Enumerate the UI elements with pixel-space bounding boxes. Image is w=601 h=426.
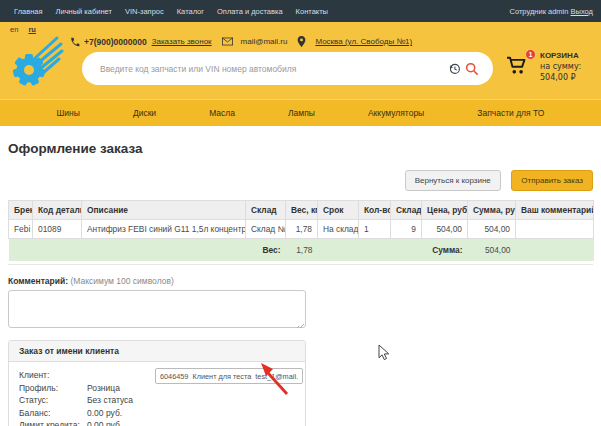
- address-link[interactable]: Москва (ул. Свободы №1): [315, 37, 412, 46]
- menu-lamps[interactable]: Лампы: [288, 108, 315, 118]
- phone-number: +7(900)0000000: [84, 37, 147, 47]
- cell-price: 504,00: [422, 220, 468, 239]
- gear-logo-icon: [8, 32, 64, 90]
- cell-part-code: 01089: [33, 220, 82, 239]
- totals-weight-value: 1,78: [286, 239, 318, 262]
- menu-batteries[interactable]: Аккумуляторы: [368, 108, 424, 118]
- category-menu: Шины Диски Масла Лампы Аккумуляторы Запч…: [0, 99, 601, 126]
- totals-row: Вес: 1,78 Сумма: 504,00: [9, 239, 594, 262]
- cell-description: Антифриз FEBI синий G11 1,5л концентрат: [82, 220, 246, 239]
- main-content: Оформление заказа Вернуться к корзине От…: [0, 141, 601, 426]
- top-navbar: Главная Личный кабинет VIN-запрос Катало…: [0, 0, 601, 22]
- col-qty: Кол-во: [359, 201, 391, 220]
- table-row: Febi 01089 Антифриз FEBI синий G11 1,5л …: [9, 220, 594, 239]
- nav-catalog[interactable]: Каталог: [177, 7, 204, 16]
- col-weight: Вес, кг: [286, 201, 318, 220]
- col-warehouse: Склад: [246, 201, 286, 220]
- cart-widget[interactable]: 1 КОРЗИНА на сумму: 504,00 ₽: [506, 50, 601, 83]
- email-text[interactable]: mail@mail.ru: [241, 37, 288, 46]
- menu-maintenance-parts[interactable]: Запчасти для ТО: [477, 108, 544, 118]
- cell-warehouse: Склад №1: [246, 220, 286, 239]
- col-price: Цена, руб.: [422, 201, 468, 220]
- col-sum: Сумма, руб.: [468, 201, 516, 220]
- cell-brand: Febi: [9, 220, 33, 239]
- field-credit-limit: Лимит кредита: 0.00 руб.: [19, 419, 295, 426]
- cell-your-comment: [516, 220, 594, 239]
- col-term: Срок: [318, 201, 359, 220]
- nav-vin-request[interactable]: VIN-запрос: [125, 7, 164, 16]
- totals-sum-label: Сумма:: [422, 239, 468, 262]
- page-title: Оформление заказа: [8, 141, 593, 156]
- nav-home[interactable]: Главная: [14, 7, 43, 16]
- col-your-comment: Ваш комментарий: [516, 201, 594, 220]
- order-table: Бренд Код детали Описание Склад Вес, кг …: [8, 200, 594, 261]
- nav-personal-cabinet[interactable]: Личный кабинет: [56, 7, 112, 16]
- cart-title: КОРЗИНА: [540, 50, 601, 61]
- search-icon[interactable]: [463, 60, 481, 78]
- client-panel-title: Заказ от имени клиента: [9, 341, 305, 362]
- logout-link[interactable]: Выход: [571, 7, 593, 16]
- totals-weight-label: Вес:: [9, 239, 286, 262]
- submit-order-button[interactable]: Отправить заказ: [511, 170, 593, 191]
- cell-sum: 504,00: [468, 220, 516, 239]
- client-select-input[interactable]: [155, 368, 303, 384]
- cart-badge: 1: [525, 49, 536, 60]
- order-actions: Вернуться к корзине Отправить заказ: [8, 169, 593, 191]
- nav-payment-delivery[interactable]: Оплата и доставка: [217, 7, 283, 16]
- email-icon: [222, 37, 233, 46]
- cart-sum: на сумму: 504,00 ₽: [540, 61, 601, 83]
- client-panel: Заказ от имени клиента Клиент: Профиль: …: [8, 340, 306, 426]
- menu-tires[interactable]: Шины: [57, 108, 80, 118]
- client-panel-body: Клиент: Профиль: Розница Статус: Без ста…: [9, 362, 305, 426]
- comment-label: Комментарий: (Максимум 100 символов): [8, 276, 593, 286]
- search-input[interactable]: [100, 64, 446, 74]
- nav-contacts[interactable]: Контакты: [296, 7, 328, 16]
- comment-textarea[interactable]: [8, 290, 306, 328]
- logo[interactable]: [8, 32, 64, 94]
- comment-hint: (Максимум 100 символов): [70, 276, 173, 286]
- field-balance: Баланс: 0.00 руб.: [19, 407, 295, 420]
- cell-stock: 9: [391, 220, 422, 239]
- user-label: Сотрудник admin: [510, 7, 569, 16]
- callback-link[interactable]: Заказать звонок: [152, 37, 212, 46]
- field-status: Статус: Без статуса: [19, 394, 295, 407]
- phone-icon: [70, 37, 80, 47]
- site-header: en ru +7(900)0000000 З: [0, 22, 601, 99]
- back-to-cart-button[interactable]: Вернуться к корзине: [405, 170, 501, 191]
- table-divider: [8, 264, 593, 265]
- col-brand: Бренд: [9, 201, 33, 220]
- cart-icon: 1: [506, 55, 528, 79]
- col-stock: Склад: [391, 201, 422, 220]
- search-bar: [82, 52, 493, 85]
- cell-qty: 1: [359, 220, 391, 239]
- menu-oils[interactable]: Масла: [209, 108, 235, 118]
- totals-sum-value: 504,00: [468, 239, 516, 262]
- menu-wheels[interactable]: Диски: [133, 108, 156, 118]
- cell-term: На складе: [318, 220, 359, 239]
- contact-bar: +7(900)0000000 Заказать звонок mail@mail…: [70, 36, 412, 47]
- history-icon[interactable]: [446, 60, 463, 77]
- col-description: Описание: [82, 201, 246, 220]
- location-icon: [297, 36, 306, 47]
- user-info: Сотрудник admin Выход: [510, 7, 594, 16]
- cell-weight: 1,78: [286, 220, 318, 239]
- col-part-code: Код детали: [33, 201, 82, 220]
- table-header-row: Бренд Код детали Описание Склад Вес, кг …: [9, 201, 594, 220]
